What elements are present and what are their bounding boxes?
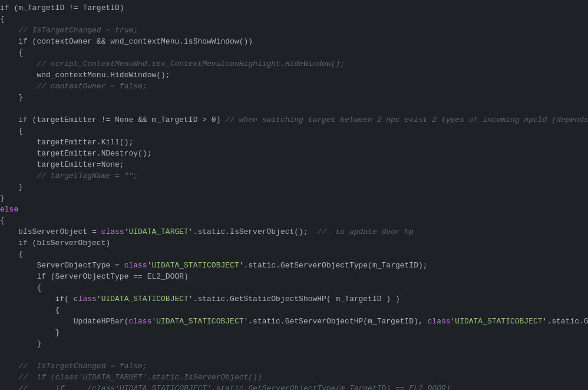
code-line: if (targetEmitter != None && m_TargetID …: [0, 114, 588, 125]
line-content: {: [0, 47, 588, 58]
code-line: if( class'UIDATA_STATICOBJECT'.static.Ge…: [0, 293, 588, 305]
line-content: }: [0, 327, 588, 338]
line-content: // if (class'UIDATA_TARGET'.static.IsSer…: [0, 372, 588, 383]
code-line: {: [0, 14, 588, 25]
code-line: if (contextOwner && wnd_contextMenu.isSh…: [0, 36, 588, 47]
line-content: if( class'UIDATA_STATICOBJECT'.static.Ge…: [0, 293, 588, 305]
code-line: {: [0, 125, 588, 137]
line-content: wnd_contextMenu.HideWindow();: [0, 70, 588, 81]
line-content: // IsTargetChanged = true;: [0, 25, 588, 36]
code-line: {: [0, 215, 588, 226]
line-content: if (ServerObjectType == EL2_DOOR): [0, 271, 588, 282]
line-content: {: [0, 305, 588, 316]
code-line: // targetTagName = "";: [0, 170, 588, 181]
line-content: UpdateHPBar(class'UIDATA_STATICOBJECT'.s…: [0, 316, 588, 327]
line-content: }: [0, 193, 588, 204]
line-content: // IsTargetChanged = false;: [0, 361, 588, 372]
line-content: {: [0, 282, 588, 293]
line-content: targetEmitter.Kill();: [0, 137, 588, 148]
line-content: if (bIsServerObject): [0, 237, 588, 249]
code-line: // if (class'UIDATA_TARGET'.static.IsSer…: [0, 372, 588, 383]
code-line: // if (class'UIDATA_STATICOBJECT'.static…: [0, 383, 588, 390]
line-content: if (targetEmitter != None && m_TargetID …: [0, 114, 588, 125]
code-line: // contextOwner = false;: [0, 81, 588, 92]
code-line: }: [0, 92, 588, 103]
code-line: targetEmitter=None;: [0, 159, 588, 170]
line-content: targetEmitter=None;: [0, 159, 588, 170]
code-line: wnd_contextMenu.HideWindow();: [0, 70, 588, 81]
line-content: }: [0, 338, 588, 349]
line-content: targetEmitter.NDestroy();: [0, 148, 588, 159]
line-content: else: [0, 204, 588, 215]
line-content: {: [0, 249, 588, 260]
code-line: if (bIsServerObject): [0, 237, 588, 249]
code-line: targetEmitter.Kill();: [0, 137, 588, 148]
line-content: if (contextOwner && wnd_contextMenu.isSh…: [0, 36, 588, 47]
code-line: }: [0, 193, 588, 204]
line-content: {: [0, 14, 588, 25]
line-content: }: [0, 181, 588, 193]
code-line: bIsServerObject = class'UIDATA_TARGET'.s…: [0, 226, 588, 237]
code-line: // IsTargetChanged = false;: [0, 361, 588, 372]
code-line: ServerObjectType = class'UIDATA_STATICOB…: [0, 260, 588, 271]
line-content: ServerObjectType = class'UIDATA_STATICOB…: [0, 260, 588, 271]
code-line: {: [0, 47, 588, 58]
code-line: if (m_TargetID != TargetID): [0, 2, 588, 14]
line-content: }: [0, 92, 588, 103]
code-line: }: [0, 327, 588, 338]
code-line: }: [0, 338, 588, 349]
line-content: // if (class'UIDATA_STATICOBJECT'.static…: [0, 383, 588, 390]
code-line: targetEmitter.NDestroy();: [0, 148, 588, 159]
code-editor: if (m_TargetID != TargetID){ // IsTarget…: [0, 0, 588, 390]
line-content: // targetTagName = "";: [0, 170, 588, 181]
code-line: {: [0, 282, 588, 293]
code-line: // IsTargetChanged = true;: [0, 25, 588, 36]
line-content: {: [0, 215, 588, 226]
code-line: else: [0, 204, 588, 215]
code-line: UpdateHPBar(class'UIDATA_STATICOBJECT'.s…: [0, 316, 588, 327]
code-line: }: [0, 181, 588, 193]
line-content: {: [0, 125, 588, 137]
code-line: [0, 349, 588, 361]
code-line: {: [0, 305, 588, 316]
code-line: {: [0, 249, 588, 260]
line-content: // contextOwner = false;: [0, 81, 588, 92]
code-line: [0, 103, 588, 114]
code-line: if (ServerObjectType == EL2_DOOR): [0, 271, 588, 282]
line-content: if (m_TargetID != TargetID): [0, 2, 588, 14]
line-content: // script_ContextMenuWnd.tex_ContextMenu…: [0, 58, 588, 70]
code-line: // script_ContextMenuWnd.tex_ContextMenu…: [0, 58, 588, 70]
line-content: bIsServerObject = class'UIDATA_TARGET'.s…: [0, 226, 588, 237]
